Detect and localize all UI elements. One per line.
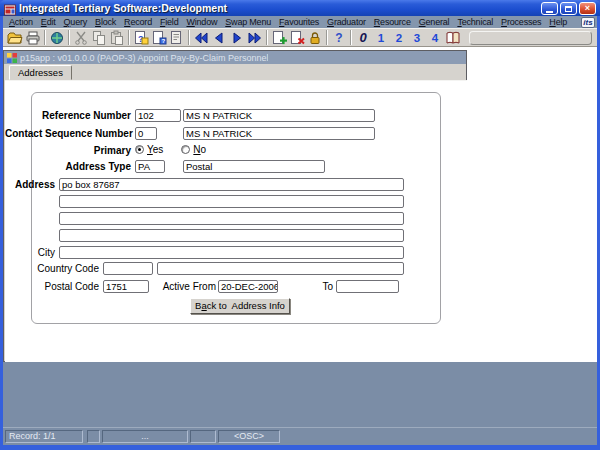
enter-query-icon[interactable]: ? bbox=[132, 30, 150, 46]
address-label: Address bbox=[5, 178, 55, 191]
to-label: To bbox=[303, 280, 333, 293]
keys-book-icon[interactable] bbox=[444, 30, 462, 46]
maximize-button[interactable] bbox=[560, 2, 577, 15]
postal-code-label: Postal Code bbox=[5, 280, 99, 293]
country-desc-field[interactable] bbox=[157, 262, 404, 275]
form-window: p15app : v01.0.0.0 (PAOP-3) Appoint Pay-… bbox=[3, 50, 467, 362]
tabstrip: Addresses bbox=[4, 64, 466, 80]
address-line-2-field[interactable] bbox=[59, 195, 404, 208]
maximize-icon bbox=[565, 6, 572, 12]
active-from-label: Active From bbox=[156, 280, 216, 293]
status-cell bbox=[190, 430, 216, 443]
toolbar-separator bbox=[188, 30, 190, 45]
toolbar-separator bbox=[68, 30, 70, 45]
toolbar-separator bbox=[326, 30, 328, 45]
reference-name-field[interactable]: MS N PATRICK bbox=[183, 109, 375, 122]
menu-technical[interactable]: Technical bbox=[453, 17, 497, 27]
menu-block[interactable]: Block bbox=[91, 17, 120, 27]
copy-icon[interactable] bbox=[90, 30, 108, 46]
menu-graduator[interactable]: Graduator bbox=[323, 17, 370, 27]
statusbar: Record: 1/1...<OSC> bbox=[3, 427, 597, 445]
tab-addresses[interactable]: Addresses bbox=[9, 65, 72, 80]
menu-action[interactable]: Action bbox=[5, 17, 37, 27]
menu-record[interactable]: Record bbox=[120, 17, 156, 27]
country-code-label: Country Code bbox=[5, 262, 99, 275]
reference-number-field[interactable]: 102 bbox=[135, 109, 181, 122]
last-record-icon[interactable] bbox=[246, 30, 264, 46]
exit-icon[interactable] bbox=[48, 30, 66, 46]
close-icon: × bbox=[585, 3, 590, 13]
reference-number-label: Reference Number bbox=[5, 109, 131, 122]
form-canvas: Reference Number 102 MS N PATRICK Contac… bbox=[5, 80, 467, 362]
menu-swap-menu[interactable]: Swap Menu bbox=[221, 17, 275, 27]
close-button[interactable]: × bbox=[579, 2, 596, 15]
paste-icon[interactable] bbox=[108, 30, 126, 46]
menu-field[interactable]: Field bbox=[156, 17, 183, 27]
previous-record-icon[interactable] bbox=[210, 30, 228, 46]
insert-record-icon[interactable] bbox=[270, 30, 288, 46]
radio-label: Yes bbox=[147, 144, 163, 155]
toolbar-separator bbox=[44, 30, 46, 45]
contact-name-field[interactable]: MS N PATRICK bbox=[183, 127, 375, 140]
form-window-titlebar[interactable]: p15app : v01.0.0.0 (PAOP-3) Appoint Pay-… bbox=[4, 51, 466, 64]
shortcut-0-icon[interactable]: 0 bbox=[354, 30, 372, 46]
address-type-field[interactable]: PA bbox=[135, 160, 165, 173]
address-line-1-field[interactable]: po box 87687 bbox=[59, 178, 404, 191]
primary-radio-no[interactable]: No bbox=[181, 144, 206, 155]
toolbar-separator bbox=[266, 30, 268, 45]
cancel-query-icon[interactable] bbox=[168, 30, 186, 46]
save-icon[interactable] bbox=[6, 30, 24, 46]
country-code-field[interactable] bbox=[103, 262, 153, 275]
next-record-icon[interactable] bbox=[228, 30, 246, 46]
execute-query-icon[interactable]: ? bbox=[150, 30, 168, 46]
shortcut-3-icon[interactable]: 3 bbox=[408, 30, 426, 46]
address-line-4-field[interactable] bbox=[59, 229, 404, 242]
shortcut-4-icon[interactable]: 4 bbox=[426, 30, 444, 46]
menu-edit[interactable]: Edit bbox=[37, 17, 60, 27]
mdi-area: p15app : v01.0.0.0 (PAOP-3) Appoint Pay-… bbox=[3, 47, 597, 445]
toolbar-blank-panel bbox=[469, 31, 592, 45]
shortcut-1-icon[interactable]: 1 bbox=[372, 30, 390, 46]
its-logo: its bbox=[581, 17, 595, 28]
to-field[interactable] bbox=[336, 280, 399, 293]
primary-radio-yes[interactable]: Yes bbox=[135, 144, 163, 155]
shortcut-2-icon[interactable]: 2 bbox=[390, 30, 408, 46]
app-title: Integrated Tertiary Software:Development bbox=[19, 2, 541, 14]
app-icon bbox=[4, 2, 16, 14]
toolbar: ???01234 bbox=[3, 28, 597, 47]
contact-sequence-field[interactable]: 0 bbox=[135, 127, 157, 140]
menu-favourites[interactable]: Favourites bbox=[275, 17, 323, 27]
svg-text:?: ? bbox=[162, 38, 166, 44]
toolbar-separator bbox=[350, 30, 352, 45]
menu-help[interactable]: Help bbox=[545, 17, 571, 27]
postal-code-field[interactable]: 1751 bbox=[103, 280, 149, 293]
print-icon[interactable] bbox=[24, 30, 42, 46]
help-icon[interactable]: ? bbox=[330, 30, 348, 46]
app-titlebar[interactable]: Integrated Tertiary Software:Development… bbox=[0, 0, 600, 16]
city-label: City bbox=[5, 246, 55, 259]
menu-window[interactable]: Window bbox=[182, 17, 221, 27]
menu-resource[interactable]: Resource bbox=[370, 17, 415, 27]
form-window-icon bbox=[7, 53, 17, 63]
menu-query[interactable]: Query bbox=[60, 17, 92, 27]
contact-sequence-label: Contact Sequence Number bbox=[5, 127, 131, 140]
back-to-address-info-button[interactable]: Back to Address Info bbox=[190, 298, 290, 314]
city-field[interactable] bbox=[59, 246, 404, 259]
delete-record-icon[interactable] bbox=[288, 30, 306, 46]
cut-icon[interactable] bbox=[72, 30, 90, 46]
radio-unselected-icon bbox=[181, 145, 190, 154]
menubar: ActionEditQueryBlockRecordFieldWindowSwa… bbox=[3, 16, 597, 28]
app-window: Integrated Tertiary Software:Development… bbox=[0, 0, 600, 450]
menu-general[interactable]: General bbox=[415, 17, 454, 27]
lock-record-icon[interactable] bbox=[306, 30, 324, 46]
primary-radio-group: YesNo bbox=[135, 144, 220, 155]
active-from-field[interactable]: 20-DEC-2006 bbox=[218, 280, 278, 293]
address-type-desc-field[interactable]: Postal bbox=[183, 160, 325, 173]
osc-cell: <OSC> bbox=[218, 430, 280, 443]
minimize-button[interactable] bbox=[541, 2, 558, 15]
address-line-3-field[interactable] bbox=[59, 212, 404, 225]
record-count-cell: Record: 1/1 bbox=[5, 430, 83, 443]
first-record-icon[interactable] bbox=[192, 30, 210, 46]
menu-processes[interactable]: Processes bbox=[497, 17, 545, 27]
primary-label: Primary bbox=[5, 144, 131, 157]
